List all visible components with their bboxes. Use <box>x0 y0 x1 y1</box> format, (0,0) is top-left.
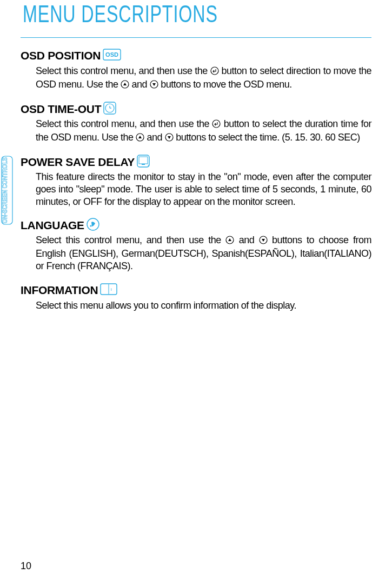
power-save-icon: z <box>137 155 150 170</box>
page-number: 10 <box>21 561 31 572</box>
svg-rect-16 <box>142 164 145 165</box>
svg-point-4 <box>211 67 218 75</box>
globe-icon <box>87 218 99 233</box>
osd-icon: OSD <box>103 48 121 64</box>
svg-text:i: i <box>111 287 112 292</box>
section-title: POWER SAVE DELAY <box>21 156 135 169</box>
body-text: Select this control menu, and then use t… <box>36 235 225 245</box>
section-title: OSD POSITION <box>21 49 101 62</box>
body-text: Select this menu allows you to confirm i… <box>36 300 296 311</box>
enter-icon <box>212 119 221 131</box>
section: INFORMATION iSelect this menu allows you… <box>21 282 371 312</box>
body-text: and <box>144 132 165 143</box>
body-text: This feature directs the monitor to stay… <box>36 171 371 207</box>
body-text: buttons to move the OSD menu. <box>158 79 292 90</box>
body-text: Select this control menu, and then use t… <box>36 65 210 76</box>
body-text: and <box>234 235 258 245</box>
section-title: LANGUAGE <box>21 219 84 232</box>
svg-point-11 <box>212 120 220 128</box>
down-icon <box>259 235 268 248</box>
body-text: and <box>129 79 150 90</box>
section-title: OSD TIME-OUT <box>21 103 101 116</box>
clock-icon <box>103 102 116 117</box>
section-body: Select this control menu, and then use t… <box>36 118 371 145</box>
page-title: MENU DESCRIPTIONS <box>23 1 319 28</box>
side-tab: ON-SCREEN CONTROLS <box>1 156 13 225</box>
section: OSD POSITION OSDSelect this control menu… <box>21 48 371 92</box>
svg-point-19 <box>90 225 91 227</box>
section: OSD TIME-OUT Select this control menu, a… <box>21 102 371 145</box>
section: LANGUAGE Select this control menu, and t… <box>21 218 371 272</box>
section-title: INFORMATION <box>21 284 98 297</box>
body-text: Select this control menu, and then use t… <box>36 118 212 129</box>
section-body: Select this menu allows you to confirm i… <box>36 299 371 312</box>
section-body: Select this control menu, and then use t… <box>36 65 371 92</box>
up-icon <box>136 132 144 145</box>
svg-text:OSD: OSD <box>105 51 118 58</box>
down-icon <box>150 79 158 92</box>
down-icon <box>165 132 174 145</box>
section-body: Select this control menu, and then use t… <box>36 234 371 272</box>
svg-text:ON-SCREEN CONTROLS: ON-SCREEN CONTROLS <box>1 157 9 223</box>
body-text: buttons to select the time. (5. 15. 30. … <box>174 132 360 143</box>
enter-icon <box>210 66 219 78</box>
divider <box>21 37 371 38</box>
up-icon <box>121 79 129 92</box>
info-icon: i <box>100 282 117 298</box>
up-icon <box>225 235 234 248</box>
svg-text:z: z <box>148 164 149 167</box>
section: POWER SAVE DELAY zThis feature directs t… <box>21 155 371 208</box>
section-body: This feature directs the monitor to stay… <box>36 171 371 208</box>
